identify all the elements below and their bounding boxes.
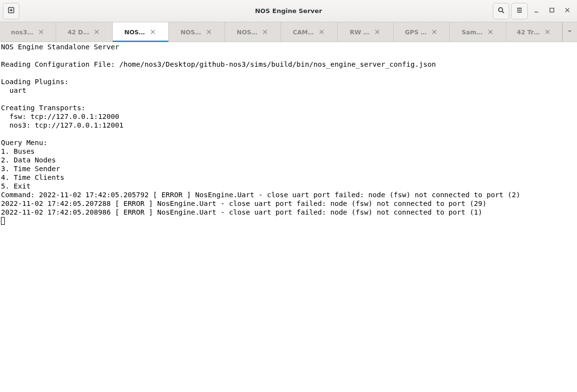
tab-label: 42 Tr… [517, 29, 540, 36]
tab-label: 42 D… [68, 29, 89, 36]
tab-close-icon[interactable] [373, 28, 381, 36]
search-button[interactable] [493, 3, 509, 19]
tab-label: NOS… [124, 29, 145, 36]
tab-close-icon[interactable] [93, 28, 101, 36]
window-titlebar: NOS Engine Server [0, 0, 577, 22]
tab-close-icon[interactable] [205, 28, 213, 36]
tab-label: GPS … [405, 29, 427, 36]
terminal-output[interactable]: NOS Engine Standalone Server Reading Con… [0, 42, 577, 392]
svg-line-4 [502, 11, 504, 13]
terminal-cursor [1, 217, 5, 225]
svg-point-3 [499, 8, 503, 12]
tab-1[interactable]: 42 D… [56, 22, 112, 42]
tab-label: RW … [350, 29, 369, 36]
tab-label: NOS… [237, 29, 258, 36]
maximize-button[interactable] [545, 3, 559, 19]
tab-5[interactable]: CAM… [281, 22, 337, 42]
tab-close-icon[interactable] [37, 28, 45, 36]
close-icon [564, 7, 571, 15]
new-tab-button[interactable] [3, 3, 19, 19]
tab-9[interactable]: 42 Tr… [506, 22, 562, 42]
tab-close-icon[interactable] [149, 28, 157, 36]
tab-strip: nos3…42 D…NOS…NOS…NOS…CAM…RW …GPS …Sam…4… [0, 22, 577, 42]
minimize-icon [533, 7, 540, 15]
svg-rect-9 [550, 8, 554, 12]
tab-6[interactable]: RW … [338, 22, 394, 42]
search-icon [497, 6, 505, 15]
tabs-overflow-button[interactable] [562, 22, 577, 42]
tab-0[interactable]: nos3… [0, 22, 56, 42]
tab-4[interactable]: NOS… [225, 22, 281, 42]
hamburger-icon [516, 6, 523, 15]
new-tab-icon [7, 6, 15, 15]
close-window-button[interactable] [561, 3, 574, 19]
tab-2[interactable]: NOS… [113, 22, 169, 42]
chevron-down-icon [567, 29, 573, 36]
tab-8[interactable]: Sam… [450, 22, 506, 42]
tab-close-icon[interactable] [318, 28, 325, 36]
tab-close-icon[interactable] [544, 28, 551, 36]
tab-7[interactable]: GPS … [394, 22, 450, 42]
window-title: NOS Engine Server [0, 7, 577, 15]
minimize-button[interactable] [530, 3, 543, 19]
tab-label: Sam… [462, 29, 483, 36]
tab-label: nos3… [11, 29, 33, 36]
tab-label: CAM… [293, 29, 314, 36]
tab-close-icon[interactable] [430, 28, 438, 36]
tab-label: NOS… [180, 29, 201, 36]
tab-close-icon[interactable] [487, 28, 494, 36]
maximize-icon [548, 7, 555, 15]
tab-3[interactable]: NOS… [169, 22, 225, 42]
tab-close-icon[interactable] [261, 28, 269, 36]
menu-button[interactable] [511, 3, 528, 19]
